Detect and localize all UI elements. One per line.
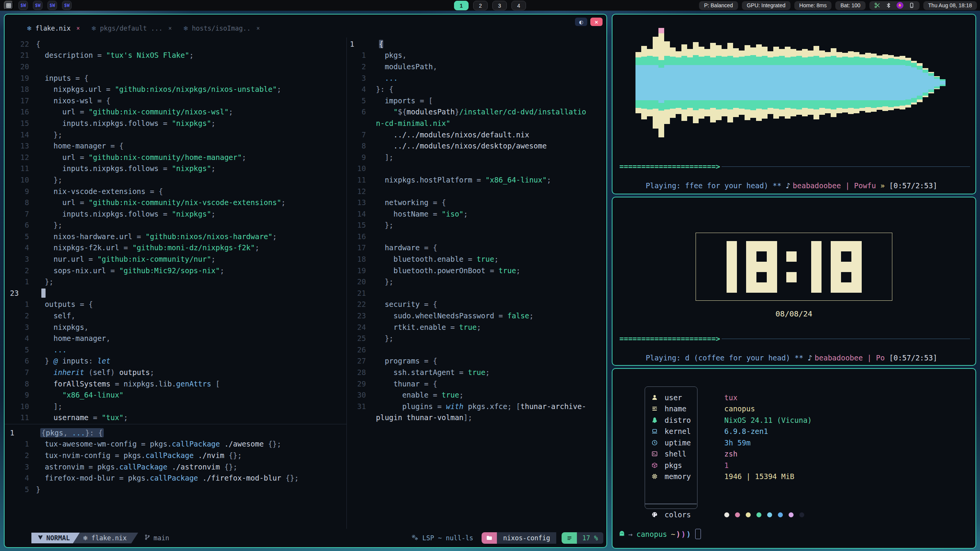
horizontal-split-divider[interactable] — [5, 424, 346, 424]
code-pane-iso-image[interactable]: 1{1 pkgs,2 modulesPath,3 ...4}: {5 impor… — [347, 38, 605, 423]
code-line[interactable]: 16 — [347, 231, 605, 242]
code-line[interactable]: 17 nixos-wsl = { — [5, 95, 346, 106]
code-line[interactable]: 20 }; — [347, 276, 605, 287]
code-line[interactable]: plugin thunar-volman]; — [347, 412, 605, 424]
workspace-tag-4[interactable]: 4 — [511, 1, 526, 10]
status-pill[interactable]: Home: 8ms — [794, 1, 832, 10]
code-line[interactable]: 7 inherit (self) outputs; — [5, 367, 346, 378]
code-line[interactable]: 4 home-manager, — [5, 333, 346, 344]
workspace-tag-1[interactable]: 1 — [454, 1, 469, 10]
editor-tab[interactable]: ❄hosts/isoImag..× — [183, 24, 260, 32]
code-line[interactable]: 9 "x86_64-linux" — [5, 389, 346, 401]
workspace-app-button[interactable]: $W — [62, 1, 72, 10]
status-pill[interactable]: GPU: Integrated — [742, 1, 791, 10]
code-line[interactable]: 20 — [5, 61, 346, 72]
code-line[interactable]: 1 tux-awesome-wm-config = pkgs.callPacka… — [5, 439, 346, 450]
code-line[interactable]: 11 username = "tux"; — [5, 412, 346, 424]
window-close-button[interactable]: × — [590, 18, 603, 26]
code-line[interactable]: 1{pkgs, ...}: { — [5, 427, 346, 439]
code-line[interactable]: 1 }; — [5, 276, 346, 287]
code-line[interactable]: 2 sops-nix.url = "github:Mic92/sops-nix"… — [5, 265, 346, 276]
code-line[interactable]: 13 networking = { — [347, 197, 605, 208]
code-line[interactable]: 18 bluetooth.enable = true; — [347, 253, 605, 265]
code-line[interactable]: 4}: { — [347, 83, 605, 95]
workspace-app-button[interactable]: $W — [47, 1, 57, 10]
code-line[interactable]: 10 — [347, 163, 605, 174]
code-line[interactable]: 23 sudo.wheelNeedsPassword = false; — [347, 310, 605, 321]
datetime-widget[interactable]: Thu Aug 08, 18:18 — [923, 1, 977, 10]
code-line[interactable]: 5 nixos-hardware.url = "github:nixos/nix… — [5, 231, 346, 242]
editor-tab[interactable]: ❄pkgs/default ...× — [91, 24, 172, 32]
code-line[interactable]: 6 "${modulesPath}/installer/cd-dvd/insta… — [347, 106, 605, 118]
code-line[interactable]: 3 nixpkgs, — [5, 321, 346, 333]
code-line[interactable]: n-cd-minimal.nix" — [347, 117, 605, 129]
workspace-app-button[interactable]: $W — [33, 1, 42, 10]
tab-close-icon[interactable]: × — [168, 25, 172, 32]
shell-prompt[interactable]: → canopus ~ ))) — [619, 529, 701, 539]
workspace-app-button[interactable]: $W — [18, 1, 28, 10]
code-line[interactable]: 27 programs = { — [347, 355, 605, 367]
code-line[interactable]: 28 ssh.startAgent = true; — [347, 367, 605, 378]
code-line[interactable]: 8 ../../modules/nixos/desktop/awesome — [347, 140, 605, 152]
status-pill[interactable]: P: Balanced — [699, 1, 738, 10]
code-line[interactable]: 6 } @ inputs: let — [5, 355, 346, 367]
code-line[interactable]: 19 inputs = { — [5, 72, 346, 84]
flame-icon[interactable] — [897, 2, 903, 9]
app-launcher-button[interactable] — [4, 1, 13, 10]
code-line[interactable]: 2 self, — [5, 310, 346, 321]
code-line[interactable]: 8 url = "github:nix-community/nix-vscode… — [5, 197, 346, 208]
workspace-tag-3[interactable]: 3 — [492, 1, 507, 10]
code-line[interactable]: 1{ — [347, 38, 605, 50]
code-pane-flake[interactable]: 22{21 description = "tux's NixOS Flake";… — [5, 38, 346, 423]
code-line[interactable]: 13 home-manager = { — [5, 140, 346, 152]
code-line[interactable]: 10 }; — [5, 174, 346, 186]
code-line[interactable]: 26 — [347, 344, 605, 355]
code-line[interactable]: 16 url = "github:nix-community/nixos-wsl… — [5, 106, 346, 118]
code-line[interactable]: 22 security = { — [347, 299, 605, 310]
code-line[interactable]: 19 bluetooth.powerOnBoot = true; — [347, 265, 605, 276]
scissors-icon[interactable] — [874, 2, 880, 8]
code-line[interactable]: 3 astronvim = pkgs.callPackage ./astronv… — [5, 461, 346, 473]
code-line[interactable]: 7 ../../modules/nixos/default.nix — [347, 129, 605, 140]
code-line[interactable]: 5 imports = [ — [347, 95, 605, 106]
code-line[interactable]: 12 url = "github:nix-community/home-mana… — [5, 152, 346, 163]
code-line[interactable]: 11 inputs.nixpkgs.follows = "nixpkgs"; — [5, 163, 346, 174]
code-line[interactable]: 1 pkgs, — [347, 50, 605, 61]
code-line[interactable]: 25 }; — [347, 333, 605, 344]
code-line[interactable]: 5} — [5, 484, 346, 495]
code-line[interactable]: 14 hostName = "iso"; — [347, 208, 605, 220]
code-line[interactable]: 6 }; — [5, 220, 346, 231]
code-line[interactable]: 15 }; — [347, 220, 605, 231]
code-line[interactable]: 31 plugins = with pkgs.xfce; [thunar-arc… — [347, 401, 605, 412]
code-line[interactable]: 9 nix-vscode-extensions = { — [5, 186, 346, 197]
code-line[interactable]: 3 nur.url = "github:nix-community/nur"; — [5, 253, 346, 265]
status-pill[interactable]: Bat: 100 — [835, 1, 865, 10]
code-line[interactable]: 11 nixpkgs.hostPlatform = "x86_64-linux"… — [347, 174, 605, 186]
code-line[interactable]: 18 nixpkgs.url = "github:nixos/nixpkgs/n… — [5, 83, 346, 95]
code-line[interactable]: 17 hardware = { — [347, 242, 605, 254]
code-line[interactable]: 2 tux-nvim-config = pkgs.callPackage ./n… — [5, 450, 346, 461]
tab-close-icon[interactable]: × — [77, 25, 80, 32]
code-line[interactable]: 21 — [347, 287, 605, 299]
code-line[interactable]: 22{ — [5, 38, 346, 50]
panel-toggle-button[interactable]: ◐ — [575, 18, 587, 26]
code-line[interactable]: 12 — [347, 186, 605, 197]
code-line[interactable]: 7 inputs.nixpkgs.follows = "nixpkgs"; — [5, 208, 346, 220]
code-line[interactable]: 24 rtkit.enable = true; — [347, 321, 605, 333]
code-line[interactable]: 21 description = "tux's NixOS Flake"; — [5, 50, 346, 61]
code-line[interactable]: 23 — [5, 287, 346, 299]
code-line[interactable]: 1 outputs = { — [5, 299, 346, 310]
code-line[interactable]: 5 ... — [5, 344, 346, 355]
code-line[interactable]: 2 modulesPath, — [347, 61, 605, 72]
editor-tab[interactable]: ❄flake.nix× — [27, 24, 80, 32]
phone-icon[interactable] — [909, 2, 915, 8]
code-line[interactable]: 4 firefox-mod-blur = pkgs.callPackage ./… — [5, 472, 346, 484]
tab-close-icon[interactable]: × — [256, 25, 260, 32]
code-line[interactable]: 8 forAllSystems = nixpkgs.lib.genAttrs [ — [5, 378, 346, 390]
code-line[interactable]: 14 }; — [5, 129, 346, 140]
code-line[interactable]: 15 inputs.nixpkgs.follows = "nixpkgs"; — [5, 117, 346, 129]
code-line[interactable]: 10 ]; — [5, 401, 346, 412]
workspace-tag-2[interactable]: 2 — [473, 1, 488, 10]
vertical-split-divider[interactable] — [346, 37, 347, 529]
code-line[interactable]: 29 thunar = { — [347, 378, 605, 390]
